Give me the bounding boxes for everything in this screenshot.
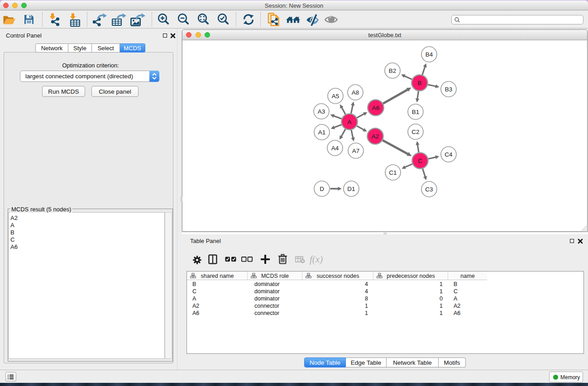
svg-text:D: D [320, 186, 324, 192]
svg-text:A: A [347, 119, 351, 125]
svg-text:A8: A8 [352, 89, 359, 96]
svg-text:D1: D1 [347, 186, 355, 192]
svg-text:B2: B2 [389, 67, 397, 74]
svg-text:A7: A7 [352, 148, 360, 154]
svg-text:C3: C3 [425, 186, 433, 193]
svg-text:A5: A5 [332, 93, 339, 100]
svg-text:A2: A2 [372, 133, 379, 140]
svg-text:A1: A1 [318, 129, 326, 136]
svg-text:B: B [417, 80, 421, 86]
svg-text:C4: C4 [445, 151, 453, 158]
svg-text:A4: A4 [331, 145, 339, 152]
svg-text:B4: B4 [425, 51, 433, 58]
svg-text:A3: A3 [318, 108, 325, 115]
svg-text:A6: A6 [372, 105, 380, 111]
svg-text:B3: B3 [445, 86, 453, 93]
svg-text:C2: C2 [411, 129, 419, 135]
svg-text:B1: B1 [412, 109, 420, 115]
svg-text:C: C [418, 157, 422, 164]
svg-text:C1: C1 [389, 169, 397, 176]
